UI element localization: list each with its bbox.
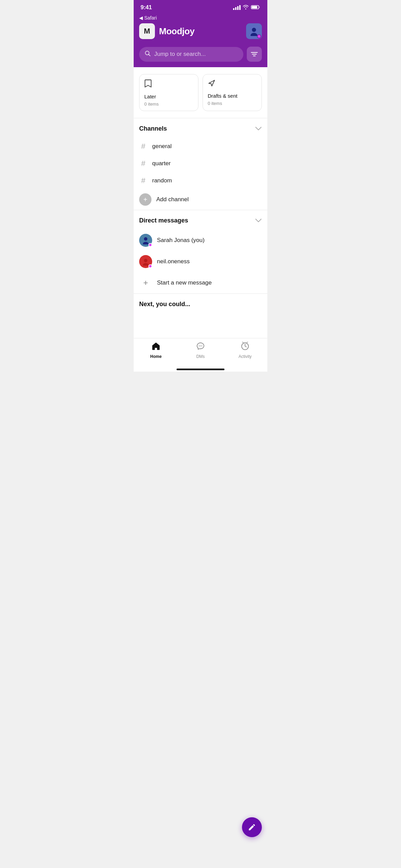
svg-point-9 <box>143 242 148 245</box>
header-left: M Moodjoy <box>139 23 194 39</box>
channels-header: Channels <box>139 125 262 132</box>
avatar-online-dot <box>257 34 261 38</box>
send-icon <box>208 79 257 89</box>
app-icon: M <box>139 23 155 39</box>
svg-point-13 <box>200 346 201 346</box>
channels-chevron-icon[interactable] <box>255 125 262 132</box>
dm-avatar-dot-sarah <box>148 243 152 247</box>
later-card[interactable]: Later 0 items <box>139 74 198 111</box>
activity-icon <box>241 342 250 353</box>
dm-section: Direct messages <box>134 210 267 293</box>
filter-button[interactable] <box>247 47 262 62</box>
nav-item-dms[interactable]: DMs <box>178 342 223 359</box>
quick-actions: Later 0 items Drafts & sent 0 items <box>134 74 267 118</box>
hash-icon-general: # <box>139 142 147 151</box>
phone-frame: 9:41 <box>134 0 267 372</box>
dm-avatar-dot-neil <box>148 264 152 268</box>
battery-icon <box>251 5 260 11</box>
search-placeholder: Jump to or search... <box>154 51 206 58</box>
dm-item-sarah[interactable]: Sarah Jonas (you) <box>139 230 262 251</box>
dm-item-neil[interactable]: neil.oneness <box>139 251 262 272</box>
drafts-title: Drafts & sent <box>208 93 257 99</box>
svg-point-3 <box>251 33 257 36</box>
home-icon <box>151 342 160 353</box>
bookmark-icon <box>144 79 193 90</box>
hash-icon-quarter: # <box>139 159 147 168</box>
add-channel-icon: + <box>139 193 151 206</box>
svg-point-10 <box>144 259 147 262</box>
channels-title: Channels <box>139 125 167 132</box>
bottom-nav: Home DMs Activit <box>134 338 267 366</box>
svg-point-8 <box>144 237 147 241</box>
status-icons <box>233 5 260 11</box>
safari-back-label: Safari <box>144 15 157 21</box>
status-time: 9:41 <box>141 4 152 11</box>
later-title: Later <box>144 94 193 99</box>
next-title: Next, you could... <box>139 301 262 308</box>
dm-title: Direct messages <box>139 217 188 224</box>
user-avatar[interactable] <box>246 23 262 39</box>
drafts-subtitle: 0 items <box>208 101 257 106</box>
search-bar[interactable]: Jump to or search... <box>139 47 243 62</box>
main-content: Later 0 items Drafts & sent 0 items Chan… <box>134 67 267 338</box>
status-bar: 9:41 <box>134 0 267 13</box>
dm-name-neil: neil.oneness <box>157 258 190 265</box>
header-top: M Moodjoy <box>139 23 262 39</box>
dm-avatar-sarah <box>139 234 152 247</box>
safari-back-button[interactable]: ◀ Safari <box>139 15 262 21</box>
channel-item-quarter[interactable]: # quarter <box>139 155 262 172</box>
search-icon <box>145 50 151 58</box>
app-name: Moodjoy <box>159 26 194 37</box>
nav-label-activity: Activity <box>239 354 252 359</box>
channel-name-quarter: quarter <box>152 160 171 167</box>
nav-label-dms: DMs <box>196 354 205 359</box>
channel-item-general[interactable]: # general <box>139 138 262 155</box>
later-subtitle: 0 items <box>144 101 193 107</box>
dms-icon <box>196 342 205 353</box>
signal-icon <box>233 5 241 10</box>
new-message-item[interactable]: + Start a new message <box>139 272 262 293</box>
dm-avatar-neil <box>139 255 152 268</box>
wifi-icon <box>243 5 249 11</box>
hash-icon-random: # <box>139 176 147 185</box>
dm-name-sarah: Sarah Jonas (you) <box>157 237 205 244</box>
new-message-plus-icon: + <box>139 276 152 289</box>
nav-item-home[interactable]: Home <box>134 342 178 359</box>
channel-name-random: random <box>152 177 172 184</box>
drafts-card[interactable]: Drafts & sent 0 items <box>203 74 262 111</box>
channels-section: Channels # general # quarter # random <box>134 118 267 210</box>
add-channel-item[interactable]: + Add channel <box>139 189 262 210</box>
add-channel-label: Add channel <box>156 196 189 203</box>
home-indicator <box>134 366 267 372</box>
header: ◀ Safari M Moodjoy <box>134 13 267 44</box>
home-bar <box>177 369 224 370</box>
channel-name-general: general <box>152 143 172 150</box>
svg-point-2 <box>252 28 256 32</box>
channel-item-random[interactable]: # random <box>139 172 262 189</box>
dm-header: Direct messages <box>139 217 262 224</box>
new-message-label: Start a new message <box>157 279 212 286</box>
svg-rect-1 <box>252 6 257 8</box>
next-section: Next, you could... <box>134 294 267 338</box>
nav-item-activity[interactable]: Activity <box>223 342 267 359</box>
nav-label-home: Home <box>150 354 161 359</box>
svg-point-12 <box>199 346 199 346</box>
svg-point-11 <box>143 263 148 266</box>
search-row: Jump to or search... <box>134 44 267 67</box>
dm-chevron-icon[interactable] <box>255 217 262 224</box>
back-chevron-icon: ◀ <box>139 15 143 21</box>
svg-point-14 <box>202 346 202 346</box>
